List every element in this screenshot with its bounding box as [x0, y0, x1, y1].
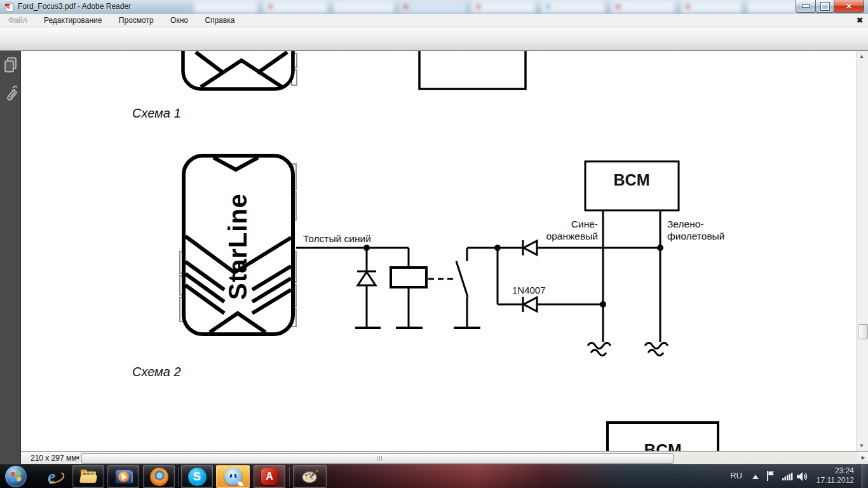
tray-language-indicator[interactable]: RU: [730, 471, 742, 480]
horizontal-scrollbar[interactable]: [80, 452, 859, 463]
menu-edit[interactable]: Редактирование: [37, 14, 109, 27]
close-button[interactable]: ✕: [834, 0, 864, 13]
window-controls: ✕: [796, 0, 864, 13]
taskbar-skype[interactable]: S: [181, 465, 213, 488]
background-browser-tab: [334, 1, 394, 13]
taskbar-separator: [289, 467, 290, 486]
menu-file[interactable]: Файл: [1, 14, 34, 27]
tray-date: 17.11.2012: [817, 476, 854, 485]
menu-window[interactable]: Окно: [163, 14, 195, 27]
starline-logo-text: StarLine: [224, 193, 252, 300]
adobe-reader-icon: A: [261, 468, 278, 485]
media-player-icon: [116, 470, 132, 484]
pdf-document-icon: [4, 3, 14, 12]
taskbar-firefox[interactable]: [143, 465, 175, 488]
background-browser-tab: [264, 1, 327, 13]
taskbar-internet-explorer[interactable]: e: [37, 465, 66, 488]
starline-unit: StarLine: [180, 156, 296, 334]
scheme1-caption: Схема 1: [132, 106, 181, 120]
scroll-down-icon[interactable]: ▼: [859, 443, 865, 449]
background-browser-tab: [611, 1, 675, 13]
firefox-icon: [150, 468, 168, 486]
mailru-agent-icon: [224, 468, 242, 485]
taskbar: e S A RU: [0, 464, 868, 488]
scroll-up-icon[interactable]: ▲: [859, 53, 865, 59]
close-document-icon[interactable]: ✖: [857, 16, 863, 25]
status-bar: 210 x 297 мм ◄ ►: [21, 451, 868, 464]
menu-view[interactable]: Просмотр: [112, 14, 161, 27]
tray-expand-icon[interactable]: [752, 475, 759, 480]
restore-icon: [821, 3, 829, 10]
taskbar-windows-explorer[interactable]: [72, 465, 104, 488]
menu-help[interactable]: Справка: [198, 14, 241, 27]
vertical-scrollbar[interactable]: ▲ ▼: [856, 51, 868, 451]
paint-icon: [301, 468, 319, 485]
taskbar-media-player[interactable]: [107, 465, 139, 488]
scroll-right-icon[interactable]: ►: [860, 454, 866, 461]
diode-symbols: [357, 240, 537, 312]
window-title: Ford_Focus3.pdf - Adobe Reader: [18, 2, 131, 11]
diode-part-label: 1N4007: [512, 285, 546, 295]
taskbar-adobe-reader[interactable]: A: [254, 465, 285, 488]
page-thumbnails-icon[interactable]: [4, 57, 17, 74]
tray-clock[interactable]: 23:24 17.11.2012: [817, 466, 854, 485]
taskbar-paint[interactable]: [293, 465, 327, 488]
minimize-button[interactable]: [796, 0, 816, 13]
circuit-diagram: Схема 1 StarLine: [21, 51, 856, 451]
background-browser-tab: [681, 1, 742, 13]
scheme2-caption: Схема 2: [132, 365, 181, 379]
toolbar: 10 / 11 150% ▼: [0, 27, 868, 51]
background-browser-tab: [747, 1, 798, 13]
scheme1-partial: [183, 51, 526, 89]
internet-explorer-icon: e: [48, 467, 55, 486]
menu-bar: Файл Редактирование Просмотр Окно Справк…: [0, 14, 868, 27]
windows-explorer-icon: [79, 469, 97, 484]
background-browser-tab: [194, 1, 257, 13]
bcm-bottom-label: BCM: [644, 440, 681, 451]
attachments-paperclip-icon[interactable]: [4, 84, 17, 105]
start-button[interactable]: [3, 465, 29, 488]
bcm-label: BCM: [614, 171, 650, 189]
scheme2-wiring: [296, 210, 668, 356]
scrollbar-grip-icon: [377, 456, 383, 461]
scroll-left-icon[interactable]: ◄: [74, 454, 80, 461]
page-size-label: 210 x 297 мм: [31, 454, 77, 463]
document-page[interactable]: Схема 1 StarLine: [21, 51, 856, 451]
taskbar-separator: [178, 467, 179, 486]
volume-icon[interactable]: [797, 472, 808, 481]
title-bar: Ford_Focus3.pdf - Adobe Reader ✕: [0, 0, 868, 14]
close-icon: ✕: [846, 2, 852, 11]
network-signal-icon[interactable]: [782, 473, 793, 480]
skype-icon: S: [188, 468, 207, 486]
wire-label-blue-orange-2: оранжевый: [546, 231, 598, 241]
background-browser-tab: [399, 1, 466, 13]
relay-coil-box: [391, 268, 426, 287]
action-center-flag-icon[interactable]: [766, 470, 775, 482]
navigation-sidebar: [0, 51, 21, 464]
show-desktop-button[interactable]: [862, 464, 868, 488]
wire-label-green-violet-1: Зелено-: [667, 219, 703, 229]
wire-label-green-violet-2: фиолетовый: [667, 231, 724, 241]
tray-time: 23:24: [817, 466, 854, 476]
wire-label-blue-orange-1: Сине-: [571, 219, 598, 229]
windows-start-icon: [5, 466, 27, 487]
minimize-icon: [802, 4, 810, 8]
vertical-scrollbar-thumb[interactable]: [858, 324, 868, 339]
background-browser-tab: [541, 1, 605, 13]
wire-label-thick-blue: Толстый синий: [303, 233, 371, 244]
horizontal-scrollbar-thumb[interactable]: [81, 453, 674, 464]
taskbar-mailru-agent[interactable]: [216, 465, 250, 488]
background-browser-tab: [471, 1, 535, 13]
restore-button[interactable]: [815, 0, 834, 13]
